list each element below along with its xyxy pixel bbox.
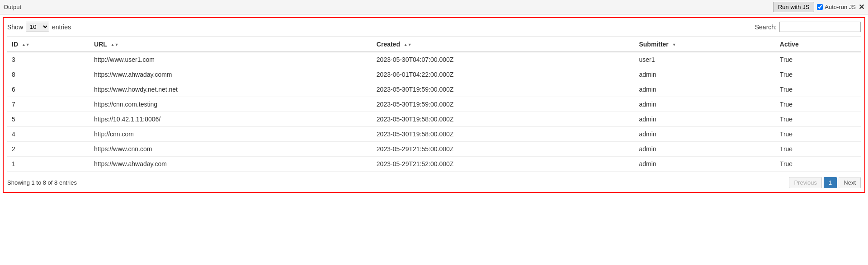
cell-url: http://cnn.com xyxy=(90,127,372,142)
output-label: Output xyxy=(4,4,21,10)
data-table: ID ▲▼ URL ▲▼ Created ▲▼ Submitter ▼ Acti… xyxy=(7,37,861,172)
table-header: ID ▲▼ URL ▲▼ Created ▲▼ Submitter ▼ Acti… xyxy=(7,37,861,52)
cell-id: 3 xyxy=(7,52,90,67)
col-header-active: Active xyxy=(775,37,861,52)
col-header-url[interactable]: URL ▲▼ xyxy=(90,37,372,52)
entries-select[interactable]: 10 25 50 100 xyxy=(26,22,49,32)
cell-submitter: user1 xyxy=(634,52,775,67)
cell-created: 2023-05-30T04:07:00.000Z xyxy=(372,52,635,67)
cell-id: 8 xyxy=(7,67,90,82)
cell-active: True xyxy=(775,82,861,97)
cell-id: 5 xyxy=(7,112,90,127)
pagination: Previous 1 Next xyxy=(789,177,861,188)
page-1-button[interactable]: 1 xyxy=(824,177,837,188)
cell-active: True xyxy=(775,127,861,142)
showing-text: Showing 1 to 8 of 8 entries xyxy=(7,179,77,186)
cell-id: 6 xyxy=(7,82,90,97)
sort-arrows-submitter: ▼ xyxy=(672,43,676,47)
cell-submitter: admin xyxy=(634,82,775,97)
table-row: 1https://www.ahwaday.com2023-05-29T21:52… xyxy=(7,157,861,172)
cell-submitter: admin xyxy=(634,112,775,127)
cell-created: 2023-06-01T04:22:00.000Z xyxy=(372,67,635,82)
close-button[interactable]: ✕ xyxy=(859,3,864,11)
cell-url: https://10.42.1.11:8006/ xyxy=(90,112,372,127)
col-header-submitter[interactable]: Submitter ▼ xyxy=(634,37,775,52)
top-bar-actions: Run with JS Auto-run JS ✕ xyxy=(773,2,864,12)
search-label: Search: xyxy=(755,23,777,31)
cell-active: True xyxy=(775,157,861,172)
cell-url: https://www.ahwaday.comm xyxy=(90,67,372,82)
table-body: 3http://www.user1.com2023-05-30T04:07:00… xyxy=(7,52,861,172)
cell-submitter: admin xyxy=(634,67,775,82)
cell-submitter: admin xyxy=(634,97,775,112)
header-row: ID ▲▼ URL ▲▼ Created ▲▼ Submitter ▼ Acti… xyxy=(7,37,861,52)
cell-id: 2 xyxy=(7,142,90,157)
cell-id: 4 xyxy=(7,127,90,142)
cell-submitter: admin xyxy=(634,157,775,172)
show-label: Show xyxy=(7,23,23,31)
cell-url: https://www.howdy.net.net.net xyxy=(90,82,372,97)
table-row: 8https://www.ahwaday.comm2023-06-01T04:2… xyxy=(7,67,861,82)
cell-active: True xyxy=(775,97,861,112)
table-row: 2https://www.cnn.com2023-05-29T21:55:00.… xyxy=(7,142,861,157)
sort-arrows-created: ▲▼ xyxy=(404,43,412,47)
cell-url: https://www.ahwaday.com xyxy=(90,157,372,172)
cell-created: 2023-05-30T19:58:00.000Z xyxy=(372,127,635,142)
table-row: 4http://cnn.com2023-05-30T19:58:00.000Za… xyxy=(7,127,861,142)
cell-url: https://www.cnn.com xyxy=(90,142,372,157)
sort-arrows-id: ▲▼ xyxy=(22,43,30,47)
output-section: Show 10 25 50 100 entries Search: ID ▲▼ … xyxy=(3,17,865,193)
next-button[interactable]: Next xyxy=(839,177,861,188)
run-js-button[interactable]: Run with JS xyxy=(773,2,814,12)
cell-submitter: admin xyxy=(634,142,775,157)
footer-row: Showing 1 to 8 of 8 entries Previous 1 N… xyxy=(7,177,861,188)
cell-submitter: admin xyxy=(634,127,775,142)
auto-run-checkbox[interactable] xyxy=(817,4,823,10)
cell-created: 2023-05-29T21:52:00.000Z xyxy=(372,157,635,172)
cell-active: True xyxy=(775,112,861,127)
cell-active: True xyxy=(775,52,861,67)
cell-active: True xyxy=(775,142,861,157)
entries-label: entries xyxy=(52,23,71,31)
auto-run-label: Auto-run JS xyxy=(817,4,856,10)
cell-id: 1 xyxy=(7,157,90,172)
cell-id: 7 xyxy=(7,97,90,112)
cell-created: 2023-05-30T19:58:00.000Z xyxy=(372,112,635,127)
cell-url: http://www.user1.com xyxy=(90,52,372,67)
table-row: 7https://cnn.com.testing2023-05-30T19:59… xyxy=(7,97,861,112)
cell-created: 2023-05-30T19:59:00.000Z xyxy=(372,82,635,97)
cell-created: 2023-05-29T21:55:00.000Z xyxy=(372,142,635,157)
search-input[interactable] xyxy=(779,22,861,32)
auto-run-text: Auto-run JS xyxy=(825,4,856,10)
previous-button[interactable]: Previous xyxy=(789,177,822,188)
search-row: Search: xyxy=(755,22,861,32)
cell-active: True xyxy=(775,67,861,82)
col-header-created[interactable]: Created ▲▼ xyxy=(372,37,635,52)
table-row: 6https://www.howdy.net.net.net2023-05-30… xyxy=(7,82,861,97)
col-header-id[interactable]: ID ▲▼ xyxy=(7,37,90,52)
cell-url: https://cnn.com.testing xyxy=(90,97,372,112)
sort-arrows-url: ▲▼ xyxy=(110,43,118,47)
show-entries-control: Show 10 25 50 100 entries xyxy=(7,22,71,32)
table-row: 5https://10.42.1.11:8006/2023-05-30T19:5… xyxy=(7,112,861,127)
controls-row: Show 10 25 50 100 entries Search: xyxy=(7,22,861,32)
cell-created: 2023-05-30T19:59:00.000Z xyxy=(372,97,635,112)
table-row: 3http://www.user1.com2023-05-30T04:07:00… xyxy=(7,52,861,67)
top-bar: Output Run with JS Auto-run JS ✕ xyxy=(0,0,868,14)
